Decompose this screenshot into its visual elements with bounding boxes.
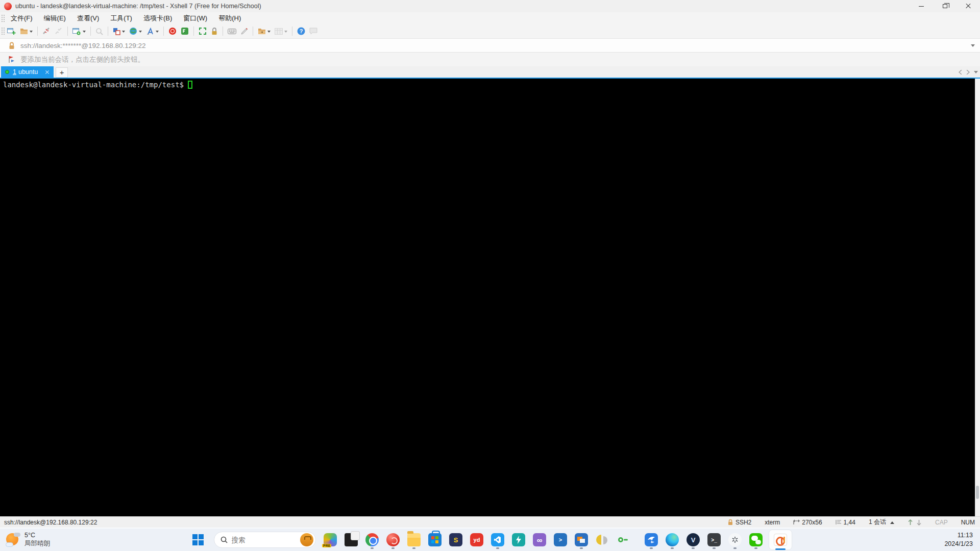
menu-edit[interactable]: 编辑(E) <box>38 12 71 24</box>
tab-scroll-right-icon[interactable] <box>966 70 970 74</box>
tab-label: ubuntu <box>18 68 38 76</box>
fullscreen-button[interactable] <box>197 25 208 37</box>
padlock-icon <box>211 28 218 35</box>
taskbar-app-vscode[interactable] <box>487 530 508 550</box>
taskbar-app-powershell[interactable]: > <box>550 530 571 550</box>
tab-close-icon[interactable] <box>45 70 50 74</box>
session-properties-icon <box>72 28 81 35</box>
minimize-button[interactable] <box>910 0 933 12</box>
web-browser-button[interactable] <box>128 25 143 37</box>
disconnect-button[interactable] <box>41 25 52 37</box>
menu-window[interactable]: 窗口(W) <box>178 12 213 24</box>
taskbar-app-copilot[interactable]: PRE <box>320 530 341 550</box>
windows-logo-icon <box>192 534 204 545</box>
dropdown-caret[interactable] <box>30 31 33 34</box>
terminal-area[interactable]: landesk@landesk-virtual-machine:/tmp/tes… <box>0 79 980 516</box>
menu-tabs[interactable]: 选项卡(B) <box>138 12 178 24</box>
taskbar-apps: PRE S yd ∞ > V >_ <box>320 530 794 550</box>
taskbar-app-key[interactable] <box>613 530 634 550</box>
search-highlight-icon[interactable] <box>300 533 313 546</box>
tab-layout-button[interactable] <box>111 25 127 37</box>
active-app-tile[interactable] <box>769 530 792 550</box>
taskbar-app-wechat[interactable] <box>746 530 767 550</box>
taskbar-app-file-explorer[interactable] <box>404 530 425 550</box>
xftp-launch-button[interactable] <box>179 25 190 37</box>
tab-list-caret[interactable] <box>974 71 978 76</box>
taskbar-app-audio[interactable] <box>592 530 613 550</box>
taskbar-app-windows-terminal[interactable]: >_ <box>704 530 725 550</box>
session-properties-button[interactable] <box>71 25 87 37</box>
taskbar-search[interactable] <box>214 532 316 548</box>
taskbar-app-youdao[interactable]: yd <box>467 530 487 550</box>
search-icon <box>220 536 228 543</box>
scrollbar-thumb[interactable] <box>976 486 979 499</box>
address-bar[interactable]: ssh://landesk:*******@192.168.80.129:22 <box>0 39 980 53</box>
running-indicator <box>412 547 415 549</box>
flag-icon <box>8 56 16 63</box>
taskbar-app-visual-studio[interactable]: ∞ <box>529 530 550 550</box>
find-button[interactable] <box>94 25 105 37</box>
taskbar-app-microsoft-store[interactable] <box>425 530 446 550</box>
reconnect-button[interactable] <box>53 25 64 37</box>
lock-screen-button[interactable] <box>209 25 219 37</box>
menu-tools[interactable]: 工具(T) <box>105 12 138 24</box>
session-pane-caret[interactable] <box>890 519 894 524</box>
open-session-button[interactable] <box>18 25 34 37</box>
status-session-count[interactable]: 1 会话 <box>869 518 894 527</box>
menu-grip[interactable] <box>1 14 5 22</box>
terminal-scrollbar[interactable] <box>975 79 980 516</box>
transfer-folder-button[interactable] <box>256 25 272 37</box>
menu-view[interactable]: 查看(V) <box>71 12 105 24</box>
chatgpt-icon <box>728 533 742 546</box>
scroll-down-icon[interactable] <box>916 519 922 525</box>
status-terminal-type[interactable]: xterm <box>765 519 780 526</box>
highlight-button[interactable] <box>239 25 250 37</box>
font-icon <box>146 28 154 35</box>
taskbar-app-chrome[interactable] <box>362 530 383 550</box>
new-session-button[interactable] <box>6 25 17 37</box>
dropdown-caret[interactable] <box>139 31 142 34</box>
taskbar-app-chatgpt[interactable] <box>725 530 746 550</box>
dropdown-caret[interactable] <box>156 31 159 34</box>
tab-scroll-left-icon[interactable] <box>959 70 962 74</box>
taskbar-app-vmware[interactable] <box>571 530 592 550</box>
taskbar-app-snipaste[interactable]: S <box>446 530 467 550</box>
close-button[interactable] <box>957 0 980 12</box>
taskbar-app-v2rayn[interactable]: V <box>683 530 704 550</box>
quick-command-button[interactable] <box>273 25 289 37</box>
xunlei-icon <box>645 533 658 546</box>
search-input[interactable] <box>232 536 288 544</box>
dropdown-caret[interactable] <box>83 31 86 34</box>
toolbar-grip[interactable] <box>1 27 5 35</box>
taskbar-app-lightning[interactable] <box>508 530 529 550</box>
terminal-line: landesk@landesk-virtual-machine:/tmp/tes… <box>0 79 980 89</box>
font-button[interactable] <box>144 25 160 37</box>
help-icon: ? <box>297 27 305 35</box>
feedback-button[interactable] <box>308 25 319 37</box>
tab-ubuntu[interactable]: 1 ubuntu <box>1 66 54 78</box>
address-dropdown-caret[interactable] <box>971 44 975 49</box>
taskbar-app-xshell[interactable] <box>383 530 404 550</box>
taskbar-app-recorder-active[interactable] <box>767 530 794 550</box>
new-tab-button[interactable]: + <box>56 67 68 78</box>
restore-button[interactable] <box>933 0 957 12</box>
resize-icon <box>793 519 800 525</box>
menu-help[interactable]: 帮助(H) <box>213 12 247 24</box>
compose-bar-button[interactable] <box>226 25 238 37</box>
menu-file[interactable]: 文件(F) <box>5 12 38 24</box>
dropdown-caret[interactable] <box>267 31 271 34</box>
start-button[interactable] <box>186 530 210 550</box>
weather-widget[interactable]: 5°C 局部晴朗 <box>5 532 50 547</box>
address-url[interactable]: ssh://landesk:*******@192.168.80.129:22 <box>20 42 971 49</box>
dropdown-caret[interactable] <box>122 31 125 34</box>
taskbar-app-edge[interactable] <box>662 530 683 550</box>
taskbar-clock[interactable]: 11:13 2024/1/23 <box>944 531 973 549</box>
recorder-app-icon <box>774 534 787 546</box>
help-button[interactable]: ? <box>296 25 307 37</box>
taskbar-app-xunlei[interactable] <box>641 530 662 550</box>
taskbar-app-task-view[interactable] <box>341 530 362 550</box>
dropdown-caret[interactable] <box>284 31 287 34</box>
xshell-launch-button[interactable] <box>167 25 178 37</box>
terminal-cursor <box>188 81 192 89</box>
scroll-up-icon[interactable] <box>908 519 913 525</box>
